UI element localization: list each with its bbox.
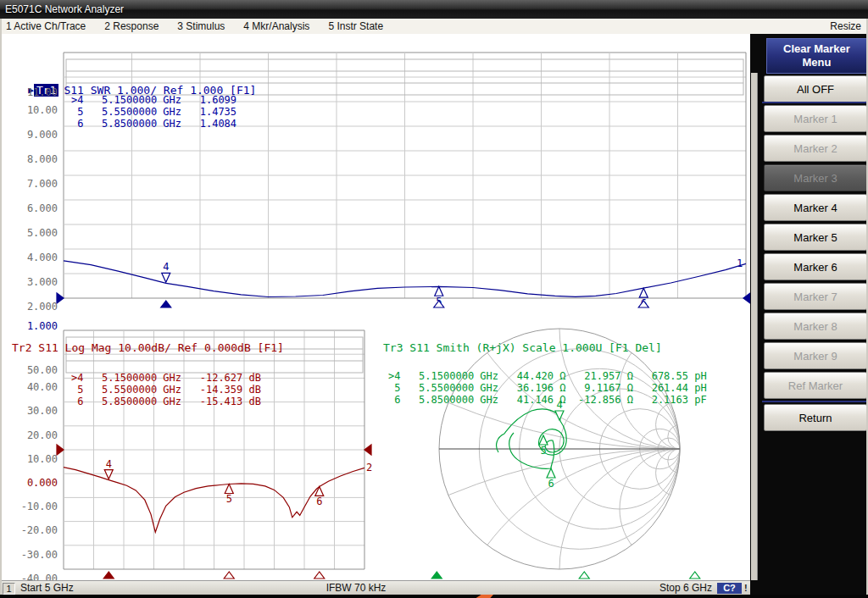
tr1-ytick: 9.000 [5, 129, 58, 141]
tr2-ytick: 30.00 [5, 405, 58, 417]
correction-status-badge: C? [717, 583, 742, 594]
trace2-marker-readout-row: >4 5.1500000 GHz -12.627 dB [71, 372, 261, 384]
window-titlebar: E5071C Network Analyzer [0, 0, 868, 19]
tr2-marker-4-icon [104, 470, 113, 479]
tr3-marker-5-number: 5 [540, 445, 546, 457]
softkey-scrollbar[interactable] [751, 73, 758, 580]
tr3-stimulus-marker-icon [579, 572, 589, 579]
start-frequency-label: Start 5 GHz [20, 582, 74, 595]
tr2-marker-6-icon [315, 486, 324, 496]
menu-item-1[interactable]: 1 Active Ch/Trace [6, 19, 86, 34]
tr2-ytick: 20.00 [5, 429, 58, 441]
softkey-menu-header-line1: Clear Marker [767, 42, 866, 56]
trace3-marker-readout-row: 5 5.5500000 GHz 36.196 Ω 9.1167 Ω 261.44… [388, 382, 707, 394]
tr2-ytick: -10.00 [5, 501, 58, 512]
softkey-menu-header: Clear Marker Menu [766, 38, 867, 74]
tr3-marker-6-number: 6 [548, 478, 554, 490]
menu-item-3[interactable]: 3 Stimulus [177, 19, 225, 34]
menu-items: 1 Active Ch/Trace2 Response3 Stimulus4 M… [6, 19, 383, 34]
tr2-ytick: 10.00 [5, 453, 58, 465]
tr2-marker-5-number: 5 [226, 493, 232, 505]
smith-reactance-arc [620, 449, 740, 569]
menu-bar: 1 Active Ch/Trace2 Response3 Stimulus4 M… [0, 19, 868, 35]
tr1-ytick: 11.00 [5, 86, 58, 98]
tr2-ytick: 0.000 [5, 477, 58, 489]
tr1-marker-6-icon [639, 288, 648, 297]
tr3-stimulus-marker-icon [690, 572, 700, 579]
trace3-marker-readout-row: >4 5.1500000 GHz 44.420 Ω 21.957 Ω 678.5… [388, 370, 707, 382]
tr2-stimulus-marker-active-icon [103, 572, 114, 579]
alert-indicator: ! [744, 583, 749, 594]
tr1-ref-arrow-left [57, 293, 64, 303]
plot-area: 45614562456 ▶Tr1S11 SWR 1.000/ Ref 1.000… [0, 34, 750, 580]
softkey-menu-header-line2: Menu [767, 56, 866, 69]
tr2-ytick: 40.00 [5, 381, 58, 393]
trace3-title: Tr3 S11 Smith (R+jX) Scale 1.000U [F1 De… [383, 341, 662, 354]
tr1-ytick: 5.000 [5, 227, 58, 239]
tr1-ref-arrow-right [743, 293, 750, 303]
menu-item-5[interactable]: 5 Instr State [328, 19, 383, 34]
tr1-marker-4-number: 4 [163, 261, 169, 273]
stop-frequency-label: Stop 6 GHz [627, 582, 712, 595]
softkey-marker-3[interactable]: Marker 3 [764, 164, 867, 191]
tr1-ytick: 7.000 [5, 178, 58, 190]
softkey-return[interactable]: Return [764, 404, 867, 431]
tr2-ytick: -20.00 [5, 524, 58, 536]
softkey-marker-4[interactable]: Marker 4 [764, 194, 867, 221]
tr1-trace-number: 1 [737, 257, 743, 269]
window-bottom-edge [0, 595, 868, 598]
window-border-left [0, 19, 2, 595]
menu-item-4[interactable]: 4 Mkr/Analysis [243, 19, 309, 34]
tr2-ref-arrow-left [57, 445, 64, 455]
softkey-marker-1: Marker 1 [764, 105, 867, 132]
trace1-marker-readout-row: 5 5.5500000 GHz 1.4735 [71, 106, 236, 118]
tr2-ytick: 50.00 [5, 364, 58, 376]
tr1-marker-5-icon [435, 286, 443, 296]
trace3-marker-readout-row: 6 5.8500000 GHz 41.146 Ω -12.856 Ω 2.116… [388, 394, 707, 406]
tr1-stimulus-marker-active-icon [161, 301, 171, 307]
tr3-trace [497, 409, 567, 468]
trace2-marker-readout-row: 6 5.8500000 GHz -15.413 dB [71, 396, 261, 407]
tr2-marker-6-number: 6 [316, 496, 322, 507]
tr2-stimulus-marker-icon [224, 572, 234, 579]
trace1-marker-readout-row: 6 5.8500000 GHz 1.4084 [71, 118, 236, 130]
tr1-marker-4-icon [162, 273, 170, 282]
window-title: E5071C Network Analyzer [0, 3, 124, 15]
tr1-ytick: 8.000 [5, 153, 58, 165]
tr1-ytick: 2.000 [5, 301, 58, 313]
channel-number-box: 1 [3, 583, 15, 595]
softkey-marker-2: Marker 2 [764, 135, 867, 162]
trace1-marker-readout-row: >4 5.1500000 GHz 1.6099 [71, 94, 236, 106]
softkey-marker-6[interactable]: Marker 6 [764, 253, 867, 280]
tr2-trace-number: 2 [366, 462, 372, 473]
softkey-marker-8: Marker 8 [764, 313, 867, 340]
tr2-ytick: -30.00 [5, 549, 58, 561]
tr2-ref-arrow-right [364, 445, 371, 455]
softkey-marker-5[interactable]: Marker 5 [764, 224, 867, 251]
smith-reactance-arc [559, 208, 750, 449]
tr1-ytick: 6.000 [5, 202, 58, 214]
softkey-all-off[interactable]: All OFF [764, 75, 867, 102]
tr2-marker-5-icon [225, 484, 233, 493]
menu-item-2[interactable]: 2 Response [104, 19, 159, 34]
softkey-marker-9: Marker 9 [764, 342, 867, 369]
status-bar: 1 Start 5 GHz IFBW 70 kHz Stop 6 GHz C? … [0, 580, 750, 595]
softkey-separator [762, 401, 867, 402]
tr2-marker-4-number: 4 [106, 458, 112, 470]
trace2-marker-readout-row: 5 5.5500000 GHz -14.359 dB [71, 384, 261, 396]
tr1-ytick: 3.000 [5, 276, 58, 288]
tr1-ytick: 10.00 [5, 104, 58, 116]
smith-reactance-arc [78, 449, 750, 580]
trace2-title: Tr2 S11 Log Mag 10.00dB/ Ref 0.000dB [F1… [12, 341, 284, 354]
tr3-marker-6-icon [547, 468, 555, 478]
ifbw-label: IFBW 70 kHz [297, 582, 415, 595]
tr2-stimulus-marker-icon [314, 572, 325, 579]
smith-reactance-arc [439, 449, 750, 580]
softkey-ref-marker: Ref Marker [764, 372, 867, 399]
tr1-ytick: 1.000 [5, 320, 58, 332]
softkey-marker-7: Marker 7 [764, 283, 867, 310]
tr3-stimulus-marker-active-icon [431, 572, 442, 579]
tr1-ytick: 4.000 [5, 252, 58, 263]
softkey-menu: Clear Marker Menu All OFFMarker 1Marker … [750, 34, 866, 598]
menu-item-resize[interactable]: Resize [830, 19, 861, 34]
